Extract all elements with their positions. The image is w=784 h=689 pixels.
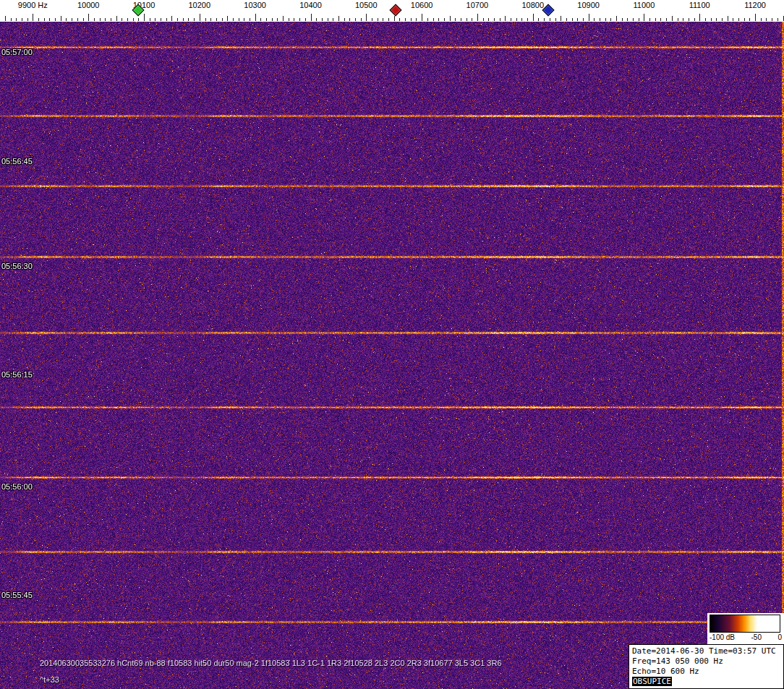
freq-tick bbox=[349, 18, 350, 21]
freq-tick bbox=[589, 14, 589, 21]
freq-tick bbox=[566, 18, 567, 21]
freq-tick bbox=[705, 18, 706, 21]
freq-tick bbox=[138, 18, 139, 21]
freq-tick bbox=[338, 16, 339, 21]
freq-tick bbox=[260, 18, 261, 21]
freq-tick bbox=[289, 18, 289, 21]
freq-tick bbox=[605, 18, 606, 21]
freq-tick bbox=[444, 18, 445, 21]
freq-tick bbox=[316, 18, 317, 21]
freq-tick bbox=[755, 14, 756, 21]
freq-tick bbox=[738, 18, 739, 21]
freq-tick bbox=[283, 16, 284, 21]
freq-tick bbox=[399, 18, 400, 21]
freq-tick bbox=[127, 18, 128, 21]
freq-tick bbox=[777, 18, 778, 21]
freq-tick bbox=[683, 18, 683, 21]
freq-tick bbox=[200, 14, 200, 21]
freq-tick bbox=[594, 18, 595, 21]
freq-tick bbox=[105, 18, 106, 21]
freq-tick bbox=[516, 18, 517, 21]
freq-tick bbox=[466, 18, 467, 21]
freq-tick bbox=[561, 16, 561, 21]
freq-tick bbox=[722, 18, 723, 21]
freq-tick bbox=[544, 18, 545, 21]
freq-tick bbox=[255, 14, 256, 21]
freq-tick bbox=[44, 18, 45, 21]
freq-tick bbox=[100, 18, 101, 21]
freq-tick bbox=[416, 18, 417, 21]
freq-tick bbox=[433, 18, 434, 21]
freq-tick bbox=[477, 14, 478, 21]
freq-tick bbox=[616, 16, 617, 21]
freq-tick bbox=[550, 18, 550, 21]
colorbar-labels: -100 dB -50 0 bbox=[710, 633, 782, 642]
freq-tick bbox=[239, 18, 239, 21]
frequency-marker-blue-diamond-icon[interactable] bbox=[542, 4, 555, 17]
freq-label: 9900 Hz bbox=[18, 1, 48, 9]
freq-tick bbox=[171, 16, 172, 21]
freq-tick bbox=[233, 18, 234, 21]
freq-tick bbox=[639, 18, 639, 21]
freq-tick bbox=[772, 18, 772, 21]
freq-tick bbox=[144, 14, 145, 21]
freq-tick bbox=[511, 18, 511, 21]
freq-label: 10000 bbox=[77, 1, 100, 9]
freq-tick bbox=[699, 14, 700, 21]
freq-tick bbox=[277, 18, 278, 21]
freq-tick bbox=[61, 16, 61, 21]
freq-tick bbox=[649, 18, 650, 21]
freq-tick bbox=[383, 18, 383, 21]
freq-tick bbox=[150, 18, 150, 21]
freq-tick bbox=[716, 18, 717, 21]
frequency-ruler[interactable]: 9900 Hz100001010010200103001040010500106… bbox=[0, 0, 784, 22]
freq-tick bbox=[161, 18, 161, 21]
freq-tick bbox=[77, 18, 78, 21]
station-name: OBSUPICE bbox=[632, 677, 672, 686]
freq-label: 11200 bbox=[744, 1, 766, 9]
freq-tick bbox=[711, 18, 712, 21]
freq-tick bbox=[222, 18, 223, 21]
freq-tick bbox=[766, 18, 767, 21]
colorbar-gradient bbox=[710, 615, 780, 633]
colorbar: -100 dB -50 0 bbox=[707, 613, 784, 644]
freq-tick bbox=[333, 18, 333, 21]
freq-tick bbox=[328, 18, 328, 21]
freq-tick bbox=[783, 16, 784, 21]
freq-tick bbox=[494, 18, 495, 21]
freq-tick bbox=[488, 18, 489, 21]
freq-label: 10500 bbox=[355, 1, 378, 9]
freq-tick bbox=[361, 18, 362, 21]
freq-tick bbox=[355, 18, 356, 21]
freq-tick bbox=[600, 18, 600, 21]
freq-label: 10900 bbox=[577, 1, 600, 9]
freq-tick bbox=[49, 18, 50, 21]
freq-tick bbox=[461, 18, 461, 21]
freq-tick bbox=[555, 18, 556, 21]
freq-tick bbox=[122, 18, 122, 21]
freq-tick bbox=[644, 14, 644, 21]
waterfall-spectrogram[interactable] bbox=[0, 22, 784, 689]
freq-tick bbox=[22, 18, 22, 21]
freq-tick bbox=[299, 18, 300, 21]
frequency-marker-red-diamond-icon[interactable] bbox=[390, 4, 402, 17]
freq-tick bbox=[244, 18, 244, 21]
freq-tick bbox=[72, 18, 72, 21]
freq-tick bbox=[216, 18, 217, 21]
freq-tick bbox=[11, 18, 12, 21]
freq-tick bbox=[744, 18, 745, 21]
info-station-line: OBSUPICE bbox=[632, 677, 780, 687]
freq-tick bbox=[394, 16, 395, 21]
info-echo-line: Echo=10 600 Hz bbox=[632, 667, 780, 677]
freq-tick bbox=[33, 14, 33, 21]
freq-tick bbox=[455, 18, 456, 21]
freq-tick bbox=[728, 16, 728, 21]
time-label: 05:56:45 bbox=[1, 157, 33, 166]
info-date-line: Date=2014-06-30 Time=03:57 UTC bbox=[632, 646, 780, 656]
freq-tick bbox=[527, 18, 528, 21]
freq-tick bbox=[311, 14, 312, 21]
freq-tick bbox=[205, 18, 206, 21]
freq-tick bbox=[83, 18, 84, 21]
freq-tick bbox=[94, 18, 95, 21]
freq-tick bbox=[472, 18, 472, 21]
